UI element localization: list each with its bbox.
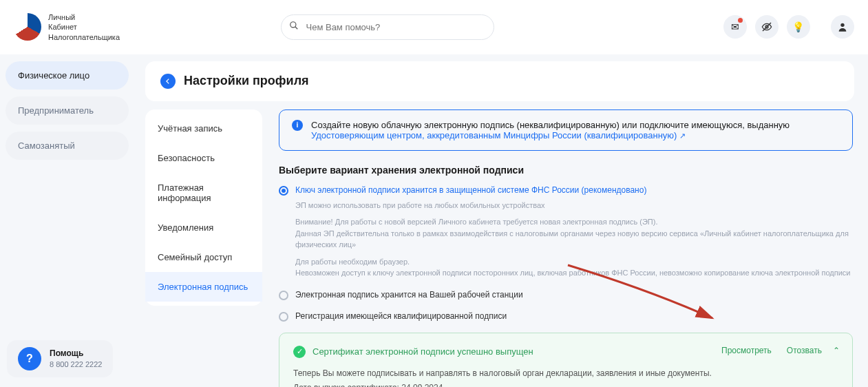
visibility-icon[interactable] (755, 15, 779, 39)
role-sidebar: Физическое лицо Предприниматель Самозаня… (0, 54, 134, 387)
page-title: Настройки профиля (184, 74, 309, 88)
settings-nav: Учётная запись Безопасность Платежная ин… (145, 109, 262, 306)
main-row: Учётная запись Безопасность Платежная ин… (145, 109, 868, 387)
option-1-sub3: Для работы необходим браузер. Невозможен… (295, 256, 853, 279)
fns-emblem-icon (14, 13, 41, 41)
header-icons: ✉ 💡 (723, 15, 810, 39)
user-avatar[interactable] (831, 15, 854, 39)
main-panel: i Создайте новую облачную электронную по… (262, 109, 868, 387)
option-3-label: Регистрация имеющейся квалифицированной … (295, 311, 507, 321)
role-pill-entrepreneur[interactable]: Предприниматель (6, 96, 129, 125)
option-1-sub2: Внимание! Для работы с новой версией Лич… (295, 216, 853, 251)
logo-line3: Налогоплательщика (48, 32, 120, 42)
cert-actions: Просмотреть Отозвать (721, 346, 822, 355)
option-3: Регистрация имеющейся квалифицированной … (279, 311, 853, 322)
logo-line1: Личный (48, 12, 120, 22)
role-pill-individual[interactable]: Физическое лицо (6, 61, 129, 90)
nav-payment[interactable]: Платежная информация (145, 173, 262, 213)
svg-point-4 (840, 23, 844, 27)
help-title: Помощь (50, 348, 102, 359)
info-text: Создайте новую облачную электронную подп… (311, 120, 790, 140)
option-1: Ключ электронной подписи хранится в защи… (279, 185, 853, 279)
nav-esignature[interactable]: Электронная подпись (145, 272, 262, 302)
help-icon: ? (18, 347, 41, 370)
nav-family[interactable]: Семейный доступ (145, 242, 262, 272)
hint-icon[interactable]: 💡 (787, 15, 810, 39)
info-icon: i (292, 120, 303, 131)
cert-issued: Дата выпуска сертификата: 24.09.2024 (293, 381, 838, 387)
banner-link[interactable]: Удостоверяющим центром, аккредитованным … (311, 130, 686, 140)
revoke-cert-button[interactable]: Отозвать (787, 346, 822, 355)
radio-option-3[interactable] (279, 312, 288, 322)
page-header: Настройки профиля (145, 61, 854, 101)
section-title: Выберите вариант хранения электронной по… (279, 165, 853, 176)
nav-security[interactable]: Безопасность (145, 143, 262, 173)
cert-body: Теперь Вы можете подписывать и направлят… (293, 366, 838, 387)
notification-dot-icon (738, 18, 743, 23)
search-icon (289, 21, 299, 33)
help-widget[interactable]: ? Помощь 8 800 222 2222 (7, 340, 113, 377)
certificate-box: ✓ Сертификат электронной подписи успешно… (279, 333, 853, 387)
logo-text: Личный Кабинет Налогоплательщика (48, 12, 120, 42)
role-pill-selfemployed[interactable]: Самозанятый (6, 132, 129, 160)
option-1-sub1: ЭП можно использовать при работе на любы… (295, 200, 853, 211)
logo-line2: Кабинет (48, 22, 120, 32)
header: Личный Кабинет Налогоплательщика ✉ 💡 (0, 0, 868, 54)
option-2-label: Электронная подпись хранится на Вашей ра… (295, 290, 523, 300)
info-banner: i Создайте новую облачную электронную по… (279, 109, 853, 151)
logo-block: Личный Кабинет Налогоплательщика (14, 12, 120, 42)
help-text: Помощь 8 800 222 2222 (50, 348, 102, 369)
nav-account[interactable]: Учётная запись (145, 114, 262, 143)
chevron-up-icon[interactable]: ⌃ (833, 346, 840, 355)
layout: Физическое лицо Предприниматель Самозаня… (0, 54, 868, 387)
help-phone: 8 800 222 2222 (50, 359, 102, 369)
success-check-icon: ✓ (293, 346, 306, 358)
cert-desc: Теперь Вы можете подписывать и направлят… (293, 366, 838, 381)
radio-option-2[interactable] (279, 291, 288, 300)
external-link-icon: ↗ (679, 132, 686, 140)
nav-notifications[interactable]: Уведомления (145, 213, 262, 242)
back-button[interactable] (160, 74, 176, 89)
svg-line-1 (295, 27, 297, 30)
banner-text: Создайте новую облачную электронную подп… (311, 120, 790, 130)
content: Настройки профиля Учётная запись Безопас… (134, 54, 868, 387)
search-input[interactable] (281, 14, 494, 40)
option-2: Электронная подпись хранится на Вашей ра… (279, 290, 853, 300)
option-1-label: Ключ электронной подписи хранится в защи… (295, 185, 646, 195)
view-cert-button[interactable]: Просмотреть (721, 346, 772, 355)
search-wrap (281, 14, 494, 40)
radio-option-1[interactable] (279, 186, 288, 196)
cert-title: Сертификат электронной подписи успешно в… (313, 346, 533, 357)
svg-point-0 (290, 22, 295, 28)
messages-icon[interactable]: ✉ (723, 15, 747, 39)
